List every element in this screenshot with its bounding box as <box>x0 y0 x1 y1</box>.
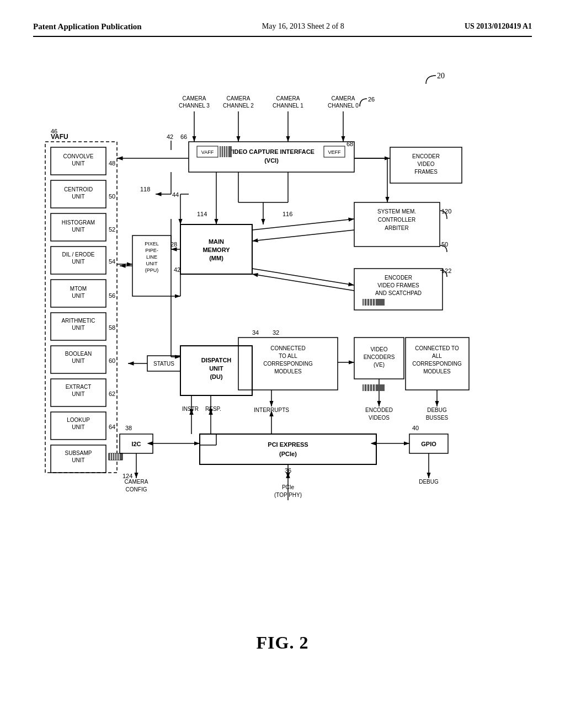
header-left: Patent Application Publication <box>33 22 142 31</box>
header: Patent Application Publication May 16, 2… <box>33 22 532 37</box>
connected-all-3: CORRESPONDING <box>263 361 313 367</box>
ref-20: 20 <box>437 72 445 80</box>
dispatch-unit: DISPATCH <box>201 357 232 363</box>
boolean-unit-2: UNIT <box>72 358 84 364</box>
header-center: May 16, 2013 Sheet 2 of 8 <box>262 22 344 31</box>
pixel-pipeline-unit-2: PIPE- <box>145 248 158 253</box>
lookup-unit: LOOKUP <box>67 417 90 423</box>
video-encoders-3: (VE) <box>374 362 385 368</box>
extract-unit: EXTRACT <box>66 384 92 390</box>
veff-label: VEFF <box>328 149 341 155</box>
ref-48: 48 <box>109 160 115 167</box>
dil-erode-unit-2: UNIT <box>72 259 84 265</box>
video-encoders-2: ENCODERS <box>364 354 395 360</box>
main-memory-3: (MM) <box>209 255 223 261</box>
ref-60: 60 <box>109 357 115 364</box>
dil-erode-unit: DIL / ERODE <box>62 251 94 258</box>
ref-68: 68 <box>347 141 353 147</box>
sys-mem-2: CONTROLLER <box>378 217 415 223</box>
main-memory-2: MEMORY <box>202 247 230 253</box>
ref-56: 56 <box>109 292 115 299</box>
subsamp-unit-2: UNIT <box>72 457 84 463</box>
resp-label: RESP. <box>205 406 221 412</box>
camera-config: CAMERA <box>125 479 148 485</box>
ref-52: 52 <box>109 226 115 233</box>
svg-rect-93 <box>363 384 385 391</box>
ref-34: 34 <box>252 329 259 336</box>
connected-all-4: MODULES <box>274 368 302 374</box>
interrupts-label: INTERRUPTS <box>254 407 289 413</box>
figure-label: FIG. 2 <box>33 633 532 653</box>
sys-mem: SYSTEM MEM. <box>377 208 416 215</box>
connected-all-2: TO ALL <box>279 353 297 359</box>
svg-line-41 <box>252 230 354 241</box>
mtom-unit-2: UNIT <box>72 293 84 299</box>
connected-all-right: CONNECTED TO <box>415 345 459 351</box>
svg-rect-72 <box>200 434 376 464</box>
pixel-pipeline-unit-3: LINE <box>146 254 157 260</box>
ref-42b: 42 <box>167 133 173 140</box>
video-encoders: VIDEO <box>370 346 387 352</box>
connected-all-right-3: CORRESPONDING <box>412 361 462 367</box>
dispatch-unit-2: UNIT <box>209 365 223 372</box>
connected-all-right-4: MODULES <box>423 368 451 374</box>
diagram-svg: 20 VAFU 46 CONVOLVE UNIT 48 CENTROID UNI… <box>34 48 531 627</box>
vci-label-2: (VCI) <box>264 157 279 164</box>
ref-32: 32 <box>273 329 279 336</box>
convolve-unit-2: UNIT <box>72 160 84 167</box>
ref-42: 42 <box>174 266 180 273</box>
centroid-unit-2: UNIT <box>72 194 84 200</box>
pixel-pipeline-unit-5: (PPU) <box>145 267 159 273</box>
subsamp-unit: SUBSAMP <box>65 450 92 456</box>
pci-express: PCI EXPRESS <box>268 441 308 448</box>
encoder-frames-3: FRAMES <box>414 169 438 175</box>
cam-ch0-2: CHANNEL 0 <box>328 103 359 109</box>
ref-26: 26 <box>368 96 375 103</box>
encoded-videos-2: VIDEOS <box>369 415 390 421</box>
encoder-scatchpad: ENCODER <box>385 275 412 281</box>
histogram-unit-2: UNIT <box>72 227 84 233</box>
encoder-scatchpad-3: AND SCATCHPAD <box>375 290 422 296</box>
ref-50: 50 <box>109 193 115 200</box>
dispatch-unit-3: (DU) <box>210 373 223 380</box>
i2c-label: I2C <box>131 441 141 447</box>
ref-64: 64 <box>109 424 115 430</box>
ref-38: 38 <box>125 425 132 431</box>
ref-28: 28 <box>170 241 177 248</box>
cam-ch3-2: CHANNEL 3 <box>179 103 210 109</box>
status-label: STATUS <box>153 361 174 367</box>
ref-118: 118 <box>140 186 150 192</box>
ref-58: 58 <box>109 324 115 331</box>
convolve-unit: CONVOLVE <box>63 153 94 159</box>
arithmetic-unit: ARITHMETIC <box>61 318 95 324</box>
connected-all: CONNECTED <box>270 345 305 351</box>
ref-114: 114 <box>197 211 207 217</box>
ref-44: 44 <box>172 191 179 198</box>
svg-rect-48 <box>363 299 385 306</box>
debug-busses-2: BUSSES <box>426 415 449 421</box>
camera-config-2: CONFIG <box>126 486 147 493</box>
arithmetic-unit-2: UNIT <box>72 325 84 331</box>
ref-66: 66 <box>180 133 187 140</box>
header-right: US 2013/0120419 A1 <box>465 22 532 31</box>
mtom-unit: MTOM <box>70 286 87 292</box>
lookup-unit-2: UNIT <box>72 424 84 430</box>
vafu-ref: 46 <box>51 128 57 135</box>
gpio-label: GPIO <box>421 441 436 447</box>
cam-ch3: CAMERA <box>183 95 206 101</box>
ref-40: 40 <box>412 425 419 431</box>
debug-busses: DEBUG <box>427 407 447 413</box>
main-memory: MAIN <box>209 238 224 245</box>
cam-ch0: CAMERA <box>332 95 355 101</box>
encoder-scatchpad-2: VIDEO FRAMES <box>377 282 419 288</box>
debug-label: DEBUG <box>419 479 439 485</box>
svg-line-40 <box>252 219 354 230</box>
vaff-label: VAFF <box>201 149 214 155</box>
vci-label: VIDEO CAPTURE INTERFACE <box>228 148 315 155</box>
cam-ch1-2: CHANNEL 1 <box>273 103 303 109</box>
encoder-frames: ENCODER <box>412 153 440 159</box>
diagram-container: 20 VAFU 46 CONVOLVE UNIT 48 CENTROID UNI… <box>34 48 531 627</box>
encoded-videos: ENCODED <box>365 407 393 413</box>
cam-ch1: CAMERA <box>276 95 300 101</box>
ref-116: 116 <box>282 211 292 217</box>
